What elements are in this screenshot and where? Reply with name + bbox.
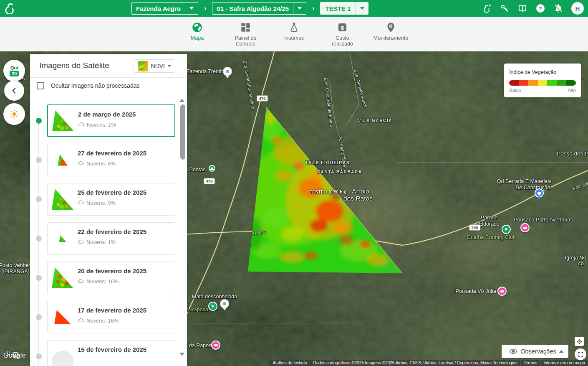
road-shield: 470 (257, 95, 268, 102)
field-thumbnail (52, 267, 73, 288)
my-location-button[interactable] (575, 337, 584, 346)
notifications-off-icon[interactable] (553, 3, 563, 13)
svg-text:$: $ (341, 25, 344, 31)
map-label: Parque (481, 215, 497, 221)
legend-color-segment (528, 80, 538, 86)
tab-painel-de-controle[interactable]: Painel de Controle (228, 22, 264, 51)
legend-high-label: Alto (568, 88, 576, 93)
weather-button[interactable] (3, 103, 25, 125)
field-thumbnail (52, 351, 73, 366)
satellite-image-card[interactable]: 20 de fevereiro de 2025 Nuvens: 16% (47, 262, 175, 294)
eye-icon (509, 347, 517, 356)
satellite-image-card[interactable]: 25 de fevereiro de 2025 Nuvens: 0% (47, 183, 175, 216)
timeline-dot[interactable] (36, 314, 42, 320)
scroll-down-arrow[interactable] (179, 353, 184, 356)
season-selector-label: 01 - Safra Algodão 24/25 (217, 5, 289, 12)
satellite-image-card[interactable]: 27 de fevereiro de 2025 Nuvens: 6% (47, 144, 175, 176)
map-label: De Construção (515, 185, 550, 191)
map-label: TESTE 1 (0,50 ha) (310, 189, 346, 194)
timeline-dot[interactable] (36, 157, 42, 163)
report-map-error-link[interactable]: Informar erro no mapa (541, 360, 588, 366)
cloud-icon (78, 239, 84, 245)
sun-icon (9, 109, 20, 119)
aegro-logo[interactable] (4, 3, 16, 14)
legend-gradient-bar (509, 80, 576, 86)
map-label: Pousada Porto Aventuras (514, 217, 573, 223)
field-selector[interactable]: TESTE 1 (320, 2, 368, 15)
observations-button[interactable]: Observações (502, 345, 568, 358)
tres-pontas-marker[interactable] (209, 165, 215, 172)
field-thumbnail (59, 235, 66, 242)
help-icon[interactable]: ? (535, 3, 545, 13)
farm-selector[interactable]: Fazenda Aegro (131, 2, 198, 15)
key-icon[interactable] (500, 3, 510, 13)
guaiba-country-club-marker[interactable] (502, 225, 511, 234)
avatar[interactable]: H (571, 2, 584, 15)
divider (356, 2, 356, 15)
chevron-down-icon (360, 7, 364, 10)
timeline-dot[interactable] (36, 353, 42, 359)
timeline-dot[interactable] (36, 196, 42, 202)
map-label: Igreja No (565, 255, 586, 261)
serraria-marker[interactable] (535, 188, 544, 198)
tab-custo-realizado[interactable]: $ Custo realizado (325, 22, 361, 51)
season-selector[interactable]: 01 - Safra Algodão 24/25 (212, 2, 306, 15)
road-shield: 290 (469, 224, 480, 231)
header-actions: ? H (482, 0, 584, 17)
legend-title: Índice de Vegetação (509, 69, 576, 75)
chevron-left-icon (10, 86, 19, 95)
map-label: VILA GARCIA (358, 118, 392, 123)
google-logo[interactable]: Google (3, 352, 26, 359)
cloud-icon (78, 121, 85, 128)
satellite-image-card[interactable]: 17 de fevereiro de 2025 Nuvens: 16% (47, 301, 175, 333)
divider (185, 2, 185, 15)
breadcrumb-separator: › (312, 5, 314, 12)
pousada-porto-aventuras-marker[interactable] (520, 223, 530, 232)
panel-title: Imagens de Satélite (39, 61, 109, 70)
mata-desconhecida-marker[interactable] (220, 299, 229, 308)
tab-monitoramento[interactable]: Monitoramento (373, 22, 409, 51)
monitoring-pin-icon (385, 22, 396, 33)
pousada-vo-julia-marker[interactable] (497, 287, 507, 296)
cloud-coverage-text: Nuvens: 16% (86, 278, 119, 285)
image-thumbnail-col (48, 144, 78, 176)
layer-selector[interactable]: NDVI (134, 59, 175, 73)
fazenda-trentin-marker[interactable] (223, 67, 232, 76)
satellite-image-card[interactable]: 22 de fevereiro de 2025 Nuvens: 1% (47, 222, 175, 255)
cloud-coverage-text: Nuvens: 6% (86, 160, 116, 167)
tab-label: Monitoramento (373, 35, 408, 41)
satellite-image-card[interactable]: 2 de março de 2025 Nuvens: 1% (47, 104, 175, 137)
cloud-coverage: Nuvens: 16% (78, 317, 175, 324)
hide-unprocessed-checkbox[interactable] (37, 82, 44, 89)
timeline-dot[interactable] (36, 118, 42, 124)
timeline-date-button[interactable]: Qui 20 (3, 60, 25, 81)
scroll-up-arrow[interactable] (179, 99, 184, 102)
satellite-image-card[interactable]: 15 de fevereiro de 2025 (47, 340, 175, 366)
map-label: da Raposa (189, 343, 214, 348)
legend-color-segment (509, 80, 519, 86)
tab-insumos[interactable]: Insumos (276, 22, 312, 51)
book-icon[interactable] (517, 3, 527, 13)
add-farm-icon[interactable] (482, 3, 492, 13)
fullscreen-button[interactable] (575, 348, 586, 360)
image-date: 2 de março de 2025 (78, 111, 174, 118)
da-raposa-hotel-marker[interactable] (211, 341, 220, 350)
keyboard-shortcuts-link[interactable]: Atalhos do teclado (270, 360, 310, 366)
field-thumbnail (52, 110, 74, 131)
image-date: 22 de fevereiro de 2025 (78, 228, 175, 235)
cloud-coverage: Nuvens: 1% (78, 121, 174, 128)
tab-mapa[interactable]: Mapa (179, 22, 215, 51)
raposa-restaurant-marker[interactable] (208, 302, 217, 311)
timeline-dot[interactable] (36, 236, 42, 241)
cloud-coverage-text: Nuvens: 0% (86, 200, 116, 206)
layer-selector-value: NDVI (151, 63, 165, 69)
map-label: Pousada Vó Júlia (455, 288, 496, 294)
scrollbar-thumb[interactable] (180, 104, 185, 160)
image-thumbnail-col (48, 301, 78, 333)
collapse-panel-button[interactable] (4, 81, 24, 101)
terms-link[interactable]: Termos (521, 360, 540, 366)
map-label: (IPIRANGA) (1, 269, 30, 274)
weekday-label: Qui (10, 65, 18, 70)
map-label: Arroio (352, 188, 369, 195)
timeline-dot[interactable] (36, 275, 42, 281)
